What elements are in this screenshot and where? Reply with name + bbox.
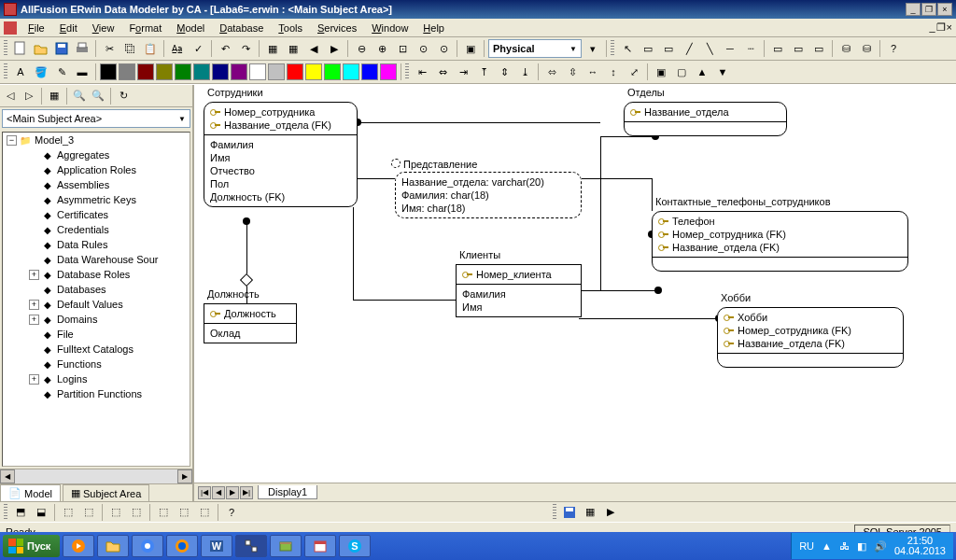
copy-button[interactable]: ⿻	[120, 39, 139, 58]
taskbar-explorer[interactable]	[97, 535, 129, 557]
font-color-button[interactable]: A	[11, 63, 30, 81]
color-white[interactable]	[249, 63, 266, 80]
menu-model[interactable]: Model	[169, 21, 212, 35]
toolbar-grip-2[interactable]	[611, 40, 614, 57]
taskbar-calendar[interactable]	[304, 535, 336, 557]
tray-volume-icon[interactable]: 🔊	[874, 540, 887, 553]
menu-window[interactable]: Window	[364, 21, 415, 35]
paste-button[interactable]: 📋	[141, 39, 160, 58]
minimize-button[interactable]: _	[906, 3, 921, 16]
tree-item[interactable]: ◆Functions	[3, 357, 190, 371]
group-tool[interactable]: ▣	[652, 63, 670, 81]
canvas-tab-next[interactable]: ▶	[226, 486, 239, 499]
bt-btn-8[interactable]: ⬚	[175, 503, 193, 522]
color-magenta[interactable]	[380, 63, 397, 80]
menu-tools[interactable]: Tools	[271, 21, 310, 35]
size-h-tool[interactable]: ↕	[604, 63, 623, 81]
toolbar-grip-5[interactable]	[4, 504, 7, 521]
view-dd-button[interactable]: ▾	[583, 39, 602, 58]
diagram-canvas[interactable]: Сотрудники Номер_сотрудника Название_отд…	[194, 85, 956, 483]
zoom-1-button[interactable]: ⊙	[414, 39, 432, 58]
explorer-next-button[interactable]: ▷	[21, 88, 37, 105]
toolbar-grip-6[interactable]	[553, 504, 556, 521]
pointer-tool[interactable]: ↖	[618, 39, 637, 58]
canvas-tab-last[interactable]: ▶|	[240, 486, 253, 499]
color-silver[interactable]	[268, 63, 285, 80]
tree-item[interactable]: ◆Asymmetric Keys	[3, 192, 190, 207]
fill-button[interactable]: 🪣	[32, 63, 50, 81]
highlight-button[interactable]: ▬	[73, 63, 91, 81]
rel2-tool[interactable]: ╲	[700, 39, 719, 58]
bt2-save-button[interactable]	[560, 503, 579, 522]
bt-btn-2[interactable]: ⬓	[32, 503, 50, 522]
tree-item[interactable]: ◆Data Warehouse Sour	[3, 252, 190, 267]
opt2-button[interactable]: ▦	[284, 39, 302, 58]
mdi-minimize-button[interactable]: _	[929, 21, 935, 34]
explorer-find1-button[interactable]: 🔍	[71, 88, 88, 105]
nav-fwd-button[interactable]: ▶	[325, 39, 344, 58]
db1-button[interactable]: ⛁	[836, 39, 855, 58]
tree-item[interactable]: +◆Logins	[3, 371, 190, 386]
entity-klienty[interactable]: Клиенты Номер_клиента Фамилия Имя	[456, 264, 582, 317]
tray-network-icon[interactable]: 🖧	[839, 540, 850, 552]
color-cyan[interactable]	[343, 63, 359, 80]
color-maroon[interactable]	[137, 63, 154, 80]
menu-view[interactable]: View	[85, 21, 122, 35]
entity-sotrudniki[interactable]: Сотрудники Номер_сотрудника Название_отд…	[204, 102, 358, 207]
shape2-tool[interactable]: ▭	[789, 39, 808, 58]
dist-v-tool[interactable]: ⇳	[563, 63, 582, 81]
tab-subject-area[interactable]: ▦Subject Area	[63, 484, 149, 501]
cut-button[interactable]: ✂	[100, 39, 119, 58]
taskbar-skype[interactable]: S	[339, 535, 371, 557]
color-teal[interactable]	[193, 63, 210, 80]
bt2-play-button[interactable]: ▶	[601, 503, 620, 522]
color-black[interactable]	[100, 63, 117, 80]
bt-btn-7[interactable]: ⬚	[154, 503, 173, 522]
rel4-tool[interactable]: ┈	[741, 39, 760, 58]
zoom-2-button[interactable]: ⊙	[434, 39, 453, 58]
entity-predstavlenie[interactable]: Представление Название_отдела: varchar(2…	[395, 172, 582, 218]
rel3-tool[interactable]: ─	[721, 39, 739, 58]
color-gray[interactable]	[119, 63, 135, 80]
back-tool[interactable]: ▼	[713, 63, 732, 81]
bt-btn-9[interactable]: ⬚	[195, 503, 214, 522]
taskbar-chrome[interactable]	[132, 535, 163, 557]
zoom-fit-button[interactable]: ⊡	[393, 39, 412, 58]
entity-tool[interactable]: ▭	[639, 39, 657, 58]
tree-item[interactable]: ◆File	[3, 327, 190, 342]
toolbar-grip-4[interactable]	[405, 63, 409, 80]
canvas-tab-prev[interactable]: ◀	[212, 486, 225, 499]
find-text-button[interactable]: A̲a̲	[168, 39, 187, 58]
view-tool[interactable]: ▭	[659, 39, 678, 58]
dist-h-tool[interactable]: ⬄	[542, 63, 561, 81]
close-button[interactable]: ×	[937, 3, 952, 16]
shape3-tool[interactable]: ▭	[809, 39, 828, 58]
bt2-open-button[interactable]: ▦	[581, 503, 599, 522]
align-top-tool[interactable]: ⤒	[474, 63, 493, 81]
restore-button[interactable]: ❐	[921, 3, 936, 16]
entity-otdely[interactable]: Отделы Название_отдела	[624, 102, 787, 136]
bt-btn-3[interactable]: ⬚	[59, 503, 77, 522]
toolbar-grip-3[interactable]	[4, 63, 7, 80]
tree-hscroll[interactable]: ◀▶	[0, 469, 192, 483]
taskbar-mediaplayer[interactable]	[63, 535, 94, 557]
menu-services[interactable]: Services	[310, 21, 364, 35]
menu-file[interactable]: File	[21, 21, 52, 35]
redo-button[interactable]: ↷	[236, 39, 255, 58]
opt1-button[interactable]: ▦	[263, 39, 282, 58]
bt-btn-1[interactable]: ⬒	[11, 503, 30, 522]
tree-item[interactable]: +◆Domains	[3, 312, 190, 327]
align-right-tool[interactable]: ⇥	[454, 63, 472, 81]
color-blue[interactable]	[361, 63, 378, 80]
menu-format[interactable]: Format	[121, 21, 169, 35]
print-button[interactable]	[73, 39, 91, 58]
entity-telefony[interactable]: Контактные_телефоны_сотрудников Телефон …	[652, 211, 908, 272]
db2-button[interactable]: ⛁	[857, 39, 876, 58]
front-tool[interactable]: ▲	[693, 63, 711, 81]
bt-btn-10[interactable]: ?	[222, 503, 241, 522]
menu-help[interactable]: Help	[415, 21, 452, 35]
align-left-tool[interactable]: ⇤	[413, 63, 431, 81]
color-purple[interactable]	[231, 63, 247, 80]
entity-dolzhnost[interactable]: Должность Должность Оклад	[204, 303, 297, 343]
taskbar-erwin[interactable]	[235, 535, 267, 557]
